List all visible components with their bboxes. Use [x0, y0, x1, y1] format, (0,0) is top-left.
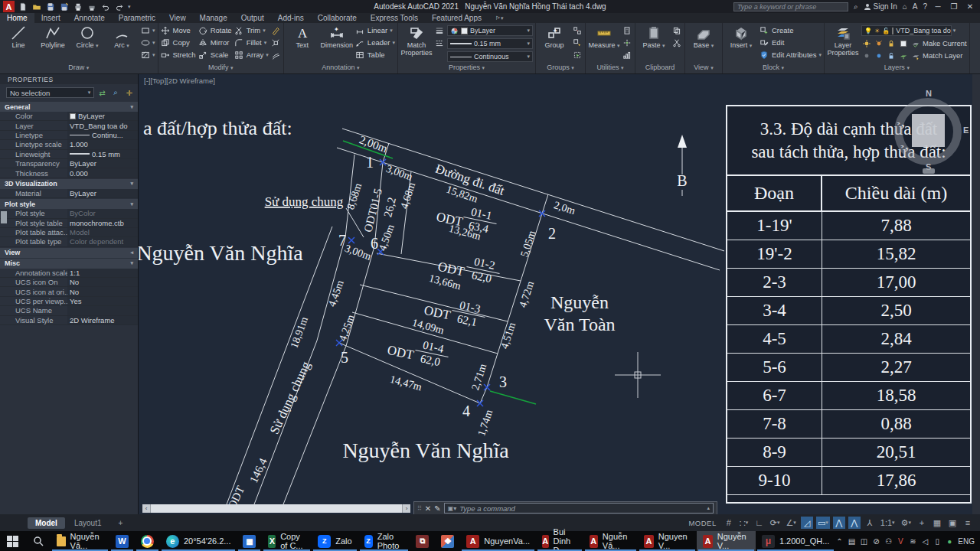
- selection-cycling-icon[interactable]: ⅄: [864, 517, 876, 529]
- panel-label-utilities[interactable]: Utilities ▾: [588, 64, 632, 73]
- lineweight-toggle-icon[interactable]: ⋀: [833, 517, 845, 529]
- group-select-icon-button[interactable]: [573, 49, 583, 60]
- horizontal-scrollbar[interactable]: ‹ ›: [142, 504, 410, 513]
- layer-properties-button[interactable]: Layer Properties: [827, 24, 859, 57]
- tray-app2-icon[interactable]: ◫: [860, 537, 867, 546]
- polyline-button[interactable]: Polyline: [37, 24, 69, 49]
- lineweight-list-icon-button[interactable]: [435, 24, 445, 36]
- viewport-controls-label[interactable]: [-][Top][2D Wireframe]: [144, 77, 215, 85]
- rect-tool-icon-button[interactable]: ▾: [140, 24, 155, 36]
- property-row-plot-style[interactable]: Plot styleByColor: [0, 209, 138, 218]
- panel-label-draw[interactable]: Draw ▾: [2, 64, 155, 73]
- ribbon-tab-featured-apps[interactable]: Featured Apps: [425, 13, 488, 23]
- taskbar-item-autocad[interactable]: ANguyen V...: [638, 531, 697, 551]
- layer-thaw-icon[interactable]: [874, 51, 884, 60]
- layer-off-icon[interactable]: [861, 51, 871, 60]
- panel-label-layers[interactable]: Layers ▾: [827, 64, 967, 73]
- arc-button[interactable]: Arc ▾: [106, 24, 138, 50]
- linear-button[interactable]: Linear▾: [355, 24, 395, 36]
- property-row-linetype-scale[interactable]: Linetype scale1.000: [0, 140, 138, 149]
- osnap-tracking-icon[interactable]: ◿: [801, 517, 813, 529]
- layer-unlock-icon[interactable]: [886, 51, 896, 60]
- layer-walk-icon[interactable]: [898, 51, 908, 60]
- table-button[interactable]: Table: [355, 49, 395, 60]
- property-row-thickness[interactable]: Thickness0.000: [0, 168, 138, 178]
- command-line[interactable]: ⠿ ✕ ✎ ▣▾ Type a command ▴: [413, 501, 717, 515]
- property-row-material[interactable]: MaterialByLayer: [0, 189, 138, 198]
- section-3d-visualization[interactable]: 3D Visualization▾: [0, 179, 138, 189]
- language-indicator[interactable]: ENG: [958, 537, 975, 546]
- customization-gear-icon[interactable]: ⚙ ▾: [900, 517, 913, 529]
- vertical-scrollbar[interactable]: [972, 74, 980, 514]
- match-properties-button[interactable]: Match Properties: [400, 24, 433, 57]
- property-row-plot-style-table[interactable]: Plot style tablemonochrome.ctb: [0, 219, 138, 228]
- section-view[interactable]: View◂: [0, 248, 138, 258]
- wifi-icon[interactable]: ≋: [909, 537, 916, 546]
- autodesk-account-icon[interactable]: A: [913, 2, 918, 11]
- taskbar-item-autocad[interactable]: ANguyễn V...: [697, 531, 756, 551]
- taskbar-item-orgchart[interactable]: ⧉: [410, 531, 435, 551]
- copy-button[interactable]: Copy: [161, 37, 196, 48]
- property-row-ucs-icon-on[interactable]: UCS icon OnNo: [0, 278, 138, 287]
- property-row-annotation-scale[interactable]: Annotation scale1:1: [0, 269, 138, 278]
- taskbar-item-excel[interactable]: XCopy of C...: [262, 531, 312, 551]
- section-general[interactable]: General▾: [0, 102, 138, 112]
- ribbon-tab-insert[interactable]: Insert: [34, 13, 67, 23]
- property-row-ucs-icon-at-ori-[interactable]: UCS icon at ori...No: [0, 287, 138, 296]
- ribbon-tab-express-tools[interactable]: Express Tools: [364, 13, 425, 23]
- vtd_bang-toa-do-button[interactable]: 💡☀🔓VTD_Bang toa do▾: [861, 25, 952, 36]
- taskbar-item-zalo[interactable]: ZZalo: [312, 531, 358, 551]
- leader-button[interactable]: Leader▾: [355, 37, 395, 48]
- clean-screen-icon[interactable]: ▣: [946, 517, 959, 529]
- app-store-icon[interactable]: ⌂: [903, 2, 907, 11]
- fillet-button[interactable]: Fillet▾: [234, 37, 269, 48]
- circle-button[interactable]: Circle ▾: [71, 24, 103, 50]
- horizontal-scroll-thumb[interactable]: [150, 504, 403, 513]
- mute-icon[interactable]: ⊘: [872, 537, 880, 546]
- undo-icon[interactable]: [100, 2, 110, 11]
- ribbon-tab-view[interactable]: View: [162, 13, 193, 23]
- explode-icon-button[interactable]: [271, 37, 281, 48]
- cut-icon-button[interactable]: [672, 37, 682, 48]
- layer-on-icon[interactable]: [861, 38, 871, 48]
- array-button[interactable]: Array▾: [234, 49, 269, 60]
- print-icon[interactable]: [87, 2, 96, 11]
- workspace-flag-icon[interactable]: 🏳▾: [488, 13, 511, 23]
- crosshair-size-icon[interactable]: +: [916, 517, 928, 529]
- scale-button[interactable]: Scale: [198, 49, 232, 60]
- mirror-button[interactable]: Mirror: [198, 37, 232, 48]
- quick-select-icon[interactable]: ⌕: [110, 87, 122, 98]
- layout-tab-layout1[interactable]: Layout1: [67, 517, 109, 529]
- property-row-ucs-name[interactable]: UCS Name: [0, 306, 138, 315]
- panel-label-view[interactable]: View ▾: [688, 64, 720, 73]
- save-icon[interactable]: [45, 2, 55, 11]
- taskbar-item-chrome[interactable]: [135, 531, 160, 551]
- ribbon-tab-annotate[interactable]: Annotate: [67, 13, 112, 23]
- base-button[interactable]: Base ▾: [688, 24, 720, 50]
- copy-clip-icon-button[interactable]: [672, 24, 682, 36]
- property-row-lineweight[interactable]: Lineweight0.15 mm: [0, 150, 138, 159]
- taskbar-item-autocad[interactable]: ABui Dinh D...: [536, 531, 583, 551]
- ribbon-tab-add-ins[interactable]: Add-ins: [271, 13, 311, 23]
- transparency-toggle-icon[interactable]: ⋀: [848, 517, 861, 529]
- model-space-label[interactable]: MODEL: [688, 519, 716, 527]
- taskbar-item-edge[interactable]: e20°54'26.2...: [160, 531, 237, 551]
- minimize-button[interactable]: ─: [933, 2, 943, 11]
- autocad-logo-icon[interactable]: A: [3, 1, 15, 12]
- green-status-icon[interactable]: ●: [946, 537, 953, 546]
- plot-icon[interactable]: [73, 2, 83, 11]
- panel-label-clipboard[interactable]: Clipboard: [638, 64, 682, 73]
- close-button[interactable]: ✕: [965, 2, 975, 11]
- taskbar-item-start[interactable]: [0, 531, 25, 551]
- edit-button[interactable]: Edit: [760, 37, 822, 48]
- section-plot-style[interactable]: Plot style▾: [0, 199, 138, 209]
- measure-button[interactable]: Measure ▾: [588, 24, 620, 50]
- hatch-icon-button[interactable]: ▾: [140, 49, 155, 60]
- isodraft-icon[interactable]: ∠ ▾: [784, 517, 797, 529]
- layout-tab-new[interactable]: +: [110, 517, 130, 529]
- scroll-left-arrow-icon[interactable]: ‹: [142, 505, 150, 512]
- taskbar-item-photos[interactable]: ❖: [435, 531, 460, 551]
- volume-icon[interactable]: ◁: [921, 537, 929, 546]
- match-layer-button[interactable]: Match Layer: [861, 50, 967, 61]
- line-button[interactable]: Line: [2, 24, 34, 49]
